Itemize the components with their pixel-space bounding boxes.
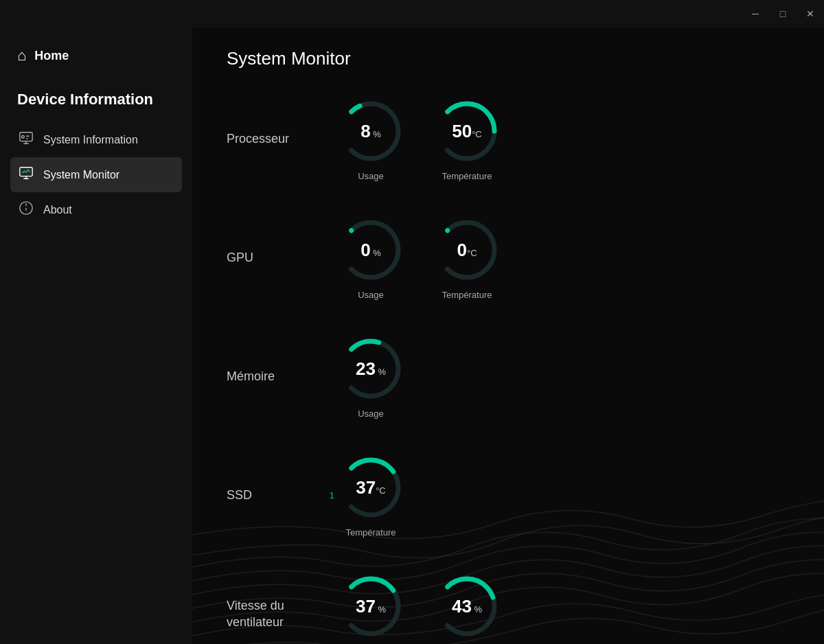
system-monitor-label: System Monitor: [43, 169, 119, 181]
maximize-button[interactable]: □: [776, 7, 790, 21]
app-container: ⌂ Home Device Information System Informa…: [0, 27, 824, 644]
fan-gpu-value: 43 %: [452, 597, 482, 615]
cpu-temp-gauge-circle: 50°C: [433, 97, 501, 165]
ssd-indicator: 1: [330, 491, 334, 501]
gpu-usage-value: 0 %: [360, 241, 381, 259]
system-info-icon: [17, 130, 35, 149]
svg-point-1: [22, 135, 25, 138]
fan-cpu-gauge: 37 % Processeur: [336, 572, 405, 644]
ssd-temp-gauge-circle: 37°C: [336, 453, 405, 522]
processeur-section: Processeur 8 % Usage: [227, 97, 790, 181]
ssd-section: 1 SSD 37°C Température: [227, 453, 790, 538]
ssd-temp-value: 37°C: [356, 479, 386, 496]
sidebar-item-system-monitor[interactable]: System Monitor: [10, 157, 182, 192]
sidebar-item-about[interactable]: About: [10, 192, 182, 227]
gpu-gauges: 0 % Usage 0°C: [336, 216, 501, 300]
device-info-label: Device Information: [10, 84, 182, 115]
fan-gauges: 37 % Processeur 43 %: [336, 572, 501, 644]
processeur-gauges: 8 % Usage 50°C: [336, 97, 501, 181]
gpu-label: GPU: [227, 250, 336, 266]
cpu-usage-gauge-circle: 8 %: [336, 97, 405, 165]
page-title: System Monitor: [227, 48, 790, 69]
about-icon: [17, 200, 35, 219]
ssd-label: SSD: [227, 487, 336, 503]
ssd-temp-gauge: 37°C Température: [336, 453, 405, 538]
close-button[interactable]: ✕: [803, 7, 817, 21]
fan-label: Vitesse du ventilateur: [227, 598, 336, 630]
home-nav-item[interactable]: ⌂ Home: [10, 41, 182, 70]
system-monitor-icon: [17, 165, 35, 184]
mem-usage-gauge: 23 % Usage: [336, 334, 405, 419]
about-label: About: [43, 204, 72, 216]
memoire-gauges: 23 % Usage: [336, 334, 405, 419]
fan-gpu-gauge: 43 % GPU: [433, 572, 501, 644]
minimize-button[interactable]: ─: [748, 7, 762, 21]
processeur-label: Processeur: [227, 131, 336, 147]
cpu-temp-gauge: 50°C Température: [433, 97, 501, 181]
gpu-temp-value: 0°C: [457, 241, 477, 259]
ssd-gauges: 37°C Température: [336, 453, 405, 538]
gpu-temp-gauge: 0°C Température: [433, 216, 501, 300]
sidebar: ⌂ Home Device Information System Informa…: [0, 27, 192, 644]
sidebar-item-system-information[interactable]: System Information: [10, 122, 182, 157]
fan-gpu-gauge-circle: 43 %: [433, 572, 501, 641]
home-icon: ⌂: [17, 47, 26, 65]
fan-section: Vitesse du ventilateur 37 % Processeur: [227, 572, 790, 644]
home-label: Home: [34, 49, 69, 63]
gpu-usage-gauge-circle: 0 %: [336, 216, 405, 284]
system-information-label: System Information: [43, 134, 138, 146]
gpu-usage-gauge: 0 % Usage: [336, 216, 405, 300]
mem-usage-value: 23 %: [356, 360, 386, 378]
cpu-usage-gauge: 8 % Usage: [336, 97, 405, 181]
memoire-label: Mémoire: [227, 369, 336, 384]
cpu-temp-value: 50°C: [452, 122, 482, 140]
gpu-section: GPU 0 % Usage: [227, 216, 790, 300]
memoire-section: Mémoire 23 % Usage: [227, 334, 790, 419]
fan-cpu-value: 37 %: [356, 597, 386, 615]
main-content: .wave { fill: none; stroke: #2a2a2a; str…: [192, 27, 824, 644]
gpu-temp-gauge-circle: 0°C: [433, 216, 501, 284]
mem-usage-gauge-circle: 23 %: [336, 334, 405, 403]
fan-cpu-gauge-circle: 37 %: [336, 572, 405, 641]
svg-point-4: [26, 204, 27, 205]
cpu-usage-value: 8 %: [360, 122, 381, 140]
titlebar: ─ □ ✕: [0, 0, 824, 27]
